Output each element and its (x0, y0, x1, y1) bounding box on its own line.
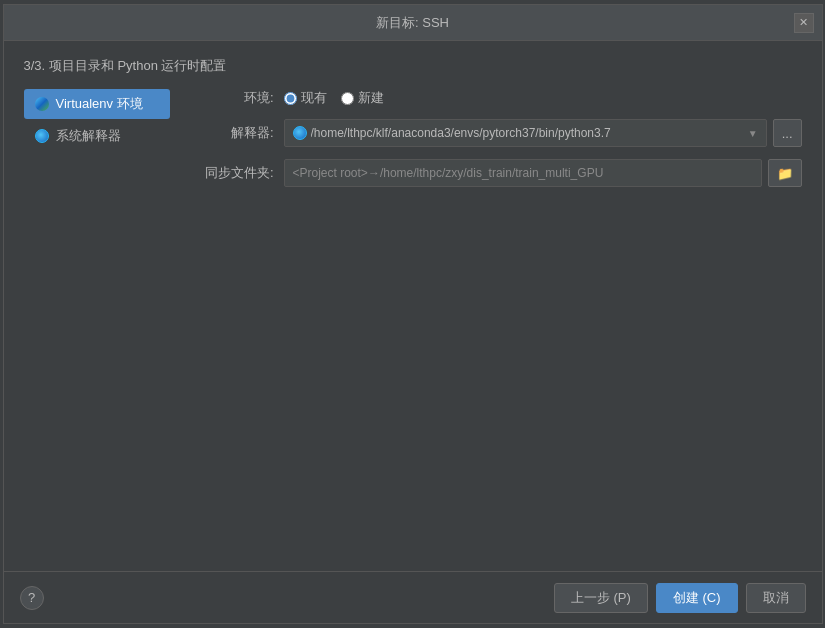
dialog-footer: ? 上一步 (P) 创建 (C) 取消 (4, 571, 822, 623)
sidebar-item-system[interactable]: 系统解释器 (24, 121, 170, 151)
interpreter-python-icon (293, 126, 307, 140)
step-title: 3/3. 项目目录和 Python 运行时配置 (24, 57, 802, 75)
sync-field: <Project root>→/home/lthpc/zxy/dis_train… (284, 159, 802, 187)
interpreter-select[interactable]: /home/lthpc/klf/anaconda3/envs/pytorch37… (284, 119, 767, 147)
content-area: Virtualenv 环境 系统解释器 环境: 现 (24, 89, 802, 555)
python-icon (34, 128, 50, 144)
radio-existing[interactable]: 现有 (284, 89, 327, 107)
sidebar-item-virtualenv-label: Virtualenv 环境 (56, 95, 143, 113)
dialog: 新目标: SSH ✕ 3/3. 项目目录和 Python 运行时配置 Virtu… (3, 4, 823, 624)
create-button[interactable]: 创建 (C) (656, 583, 738, 613)
footer-buttons: 上一步 (P) 创建 (C) 取消 (554, 583, 806, 613)
env-row: 环境: 现有 新建 (194, 89, 802, 107)
sync-label: 同步文件夹: (194, 164, 274, 182)
interpreter-path-text: /home/lthpc/klf/anaconda3/envs/pytorch37… (311, 126, 611, 140)
right-panel: 环境: 现有 新建 解释器: (174, 89, 802, 555)
env-label: 环境: (194, 89, 274, 107)
radio-existing-label: 现有 (301, 89, 327, 107)
radio-new[interactable]: 新建 (341, 89, 384, 107)
interpreter-label: 解释器: (194, 124, 274, 142)
close-button[interactable]: ✕ (794, 13, 814, 33)
radio-existing-input[interactable] (284, 92, 297, 105)
help-button[interactable]: ? (20, 586, 44, 610)
dialog-title: 新目标: SSH (376, 14, 449, 32)
env-radio-group: 现有 新建 (284, 89, 384, 107)
virtualenv-icon (34, 96, 50, 112)
interpreter-value: /home/lthpc/klf/anaconda3/envs/pytorch37… (293, 126, 611, 140)
sync-value-text: <Project root>→/home/lthpc/zxy/dis_train… (293, 166, 604, 180)
sidebar-item-virtualenv[interactable]: Virtualenv 环境 (24, 89, 170, 119)
dialog-body: 3/3. 项目目录和 Python 运行时配置 Virtualenv 环境 系统… (4, 41, 822, 571)
sync-input[interactable]: <Project root>→/home/lthpc/zxy/dis_train… (284, 159, 762, 187)
folder-icon: 📁 (777, 166, 793, 181)
sync-row: 同步文件夹: <Project root>→/home/lthpc/zxy/di… (194, 159, 802, 187)
radio-new-input[interactable] (341, 92, 354, 105)
left-panel: Virtualenv 环境 系统解释器 (24, 89, 174, 555)
folder-button[interactable]: 📁 (768, 159, 802, 187)
dropdown-arrow-icon: ▼ (748, 128, 758, 139)
sidebar-item-system-label: 系统解释器 (56, 127, 121, 145)
cancel-button[interactable]: 取消 (746, 583, 806, 613)
interpreter-field: /home/lthpc/klf/anaconda3/envs/pytorch37… (284, 119, 802, 147)
radio-new-label: 新建 (358, 89, 384, 107)
interpreter-row: 解释器: /home/lthpc/klf/anaconda3/envs/pyto… (194, 119, 802, 147)
title-bar: 新目标: SSH ✕ (4, 5, 822, 41)
browse-button[interactable]: ... (773, 119, 802, 147)
prev-button[interactable]: 上一步 (P) (554, 583, 648, 613)
